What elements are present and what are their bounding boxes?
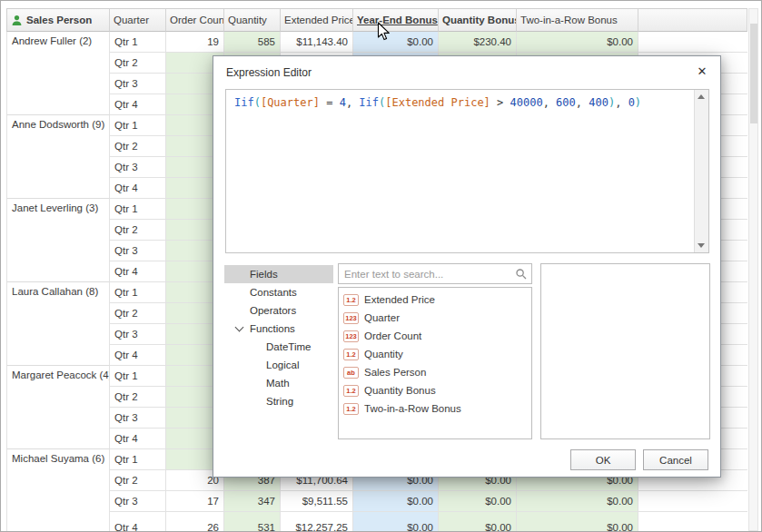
field-item-quantity-bonus[interactable]: 1.2Quantity Bonus <box>339 381 531 399</box>
expression-token: Iif <box>234 96 254 109</box>
category-list: FieldsConstantsOperatorsFunctionsDateTim… <box>224 265 333 410</box>
ok-button[interactable]: OK <box>570 449 636 470</box>
quantity-bonus-cell[interactable]: $230.40 <box>439 32 517 53</box>
expression-token: 600 <box>556 96 576 109</box>
cancel-button[interactable]: Cancel <box>643 449 708 470</box>
order-count-cell[interactable]: 26 <box>166 512 224 532</box>
column-header-year-end-bonus[interactable]: Year-End Bonus <box>353 8 439 32</box>
expression-token: ( <box>254 96 261 109</box>
row-filler <box>638 32 747 53</box>
quarter-cell[interactable]: Qtr 2 <box>110 387 166 408</box>
category-item-fields[interactable]: Fields <box>224 265 333 283</box>
scroll-down-icon[interactable] <box>698 243 705 248</box>
scrollbar-thumb[interactable] <box>750 24 757 123</box>
expression-input[interactable]: Iif([Quarter] = 4, Iif([Extended Price] … <box>225 89 709 253</box>
quantity-cell[interactable]: 585 <box>224 32 281 53</box>
quarter-cell[interactable]: Qtr 2 <box>110 470 166 491</box>
grid-row: Qtr 119585$11,143.40$0.00$230.40$0.00 <box>110 32 747 53</box>
sales-person-cell[interactable]: Michael Suyama (6) <box>6 449 110 532</box>
quarter-cell[interactable]: Qtr 1 <box>110 199 166 220</box>
quarter-cell[interactable]: Qtr 4 <box>110 429 166 449</box>
search-icon <box>515 268 528 281</box>
quantity-bonus-cell[interactable]: $0.00 <box>439 512 517 532</box>
column-header-two-in-a-row-bonus[interactable]: Two-in-a-Row Bonus <box>517 8 638 32</box>
column-header-order-count[interactable]: Order Count <box>166 8 224 32</box>
sales-person-cell[interactable]: Laura Callahan (8) <box>6 282 110 366</box>
search-input[interactable] <box>339 264 515 283</box>
grid-row: Qtr 426531$12,257.25$0.00$0.00$0.00 <box>110 512 747 532</box>
quantity-cell[interactable]: 347 <box>224 491 281 512</box>
sales-person-cell[interactable]: Margaret Peacock (4) <box>6 366 110 449</box>
category-item-functions[interactable]: Functions <box>224 320 333 338</box>
field-item-two-in-a-row-bonus[interactable]: 1.2Two-in-a-Row Bonus <box>339 399 531 418</box>
column-header-quantity-bonus[interactable]: Quantity Bonus <box>439 8 517 32</box>
expression-token: [Quarter] <box>261 96 320 109</box>
expression-scrollbar[interactable] <box>694 90 708 252</box>
extended-price-cell[interactable]: $9,511.55 <box>281 491 353 512</box>
quarter-cell[interactable]: Qtr 4 <box>110 94 166 115</box>
column-header-quarter[interactable]: Quarter <box>110 8 166 32</box>
quarter-cell[interactable]: Qtr 3 <box>110 324 166 345</box>
category-label: Math <box>266 378 290 389</box>
year-end-bonus-cell[interactable]: $0.00 <box>353 491 439 512</box>
year-end-bonus-cell[interactable]: $0.00 <box>353 512 439 532</box>
quarter-cell[interactable]: Qtr 1 <box>110 32 166 53</box>
quarter-cell[interactable]: Qtr 2 <box>110 136 166 157</box>
quarter-cell[interactable]: Qtr 4 <box>110 261 166 282</box>
column-header-sales-person[interactable]: Sales Person <box>6 8 110 32</box>
quarter-cell[interactable]: Qtr 3 <box>110 491 166 512</box>
quarter-cell[interactable]: Qtr 2 <box>110 220 166 241</box>
column-header-extended-price[interactable]: Extended Price <box>281 8 353 32</box>
field-item-order-count[interactable]: 123Order Count <box>339 327 531 345</box>
field-item-quantity[interactable]: 1.2Quantity <box>339 345 531 363</box>
quarter-cell[interactable]: Qtr 1 <box>110 449 166 470</box>
quarter-cell[interactable]: Qtr 3 <box>110 241 166 261</box>
quarter-cell[interactable]: Qtr 1 <box>110 115 166 136</box>
two-in-a-row-bonus-cell[interactable]: $0.00 <box>517 512 638 532</box>
close-icon[interactable]: ✕ <box>693 63 711 81</box>
quarter-cell[interactable]: Qtr 4 <box>110 512 166 532</box>
field-item-extended-price[interactable]: 1.2Extended Price <box>339 291 531 309</box>
category-item-constants[interactable]: Constants <box>224 283 333 301</box>
category-item-string[interactable]: String <box>224 392 333 410</box>
year-end-bonus-cell[interactable]: $0.00 <box>353 32 439 53</box>
field-type-icon: 1.2 <box>343 403 359 415</box>
category-label: Functions <box>250 323 295 334</box>
sales-person-cell[interactable]: Anne Dodsworth (9) <box>6 115 110 199</box>
quantity-bonus-cell[interactable]: $0.00 <box>439 491 517 512</box>
category-label: DateTime <box>266 341 311 352</box>
sales-person-cell[interactable]: Andrew Fuller (2) <box>6 32 110 115</box>
quarter-cell[interactable]: Qtr 1 <box>110 282 166 303</box>
quarter-cell[interactable]: Qtr 3 <box>110 74 166 94</box>
quarter-cell[interactable]: Qtr 3 <box>110 157 166 178</box>
extended-price-cell[interactable]: $12,257.25 <box>281 512 353 532</box>
sales-person-cell[interactable]: Janet Leverling (3) <box>6 199 110 282</box>
vertical-scrollbar[interactable] <box>748 8 758 531</box>
field-type-icon: 123 <box>343 330 359 342</box>
quarter-cell[interactable]: Qtr 2 <box>110 53 166 74</box>
order-count-cell[interactable]: 19 <box>166 32 224 53</box>
two-in-a-row-bonus-cell[interactable]: $0.00 <box>517 32 638 53</box>
quarter-cell[interactable]: Qtr 3 <box>110 408 166 429</box>
field-label: Order Count <box>364 330 421 341</box>
field-item-quarter[interactable]: 123Quarter <box>339 309 531 327</box>
field-item-sales-person[interactable]: abSales Person <box>339 363 531 381</box>
two-in-a-row-bonus-cell[interactable]: $0.00 <box>517 491 638 512</box>
scroll-up-icon[interactable] <box>698 94 705 99</box>
category-item-operators[interactable]: Operators <box>224 301 333 320</box>
column-header-quantity[interactable]: Quantity <box>224 8 281 32</box>
category-item-math[interactable]: Math <box>224 374 333 392</box>
quarter-cell[interactable]: Qtr 1 <box>110 366 166 387</box>
quarter-cell[interactable]: Qtr 2 <box>110 303 166 324</box>
extended-price-cell[interactable]: $11,143.40 <box>281 32 353 53</box>
quarter-cell[interactable]: Qtr 4 <box>110 345 166 366</box>
search-box[interactable] <box>338 263 532 284</box>
column-header-label: Quarter <box>114 15 149 25</box>
person-icon <box>11 15 23 26</box>
order-count-cell[interactable]: 17 <box>166 491 224 512</box>
category-item-datetime[interactable]: DateTime <box>224 338 333 356</box>
quantity-cell[interactable]: 531 <box>224 512 281 532</box>
category-item-logical[interactable]: Logical <box>224 356 333 374</box>
category-label: Constants <box>250 287 297 298</box>
quarter-cell[interactable]: Qtr 4 <box>110 178 166 199</box>
